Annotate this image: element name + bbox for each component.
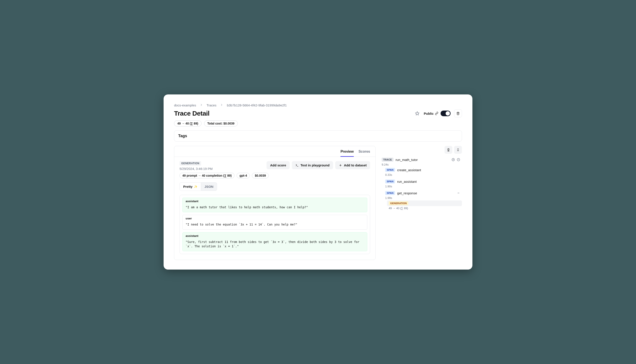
span-badge: SPAN — [385, 168, 395, 172]
span-name: run_assistant — [397, 180, 460, 184]
sparkle-icon: ✨ — [194, 185, 198, 188]
detail-header: GENERATION 5/29/2024, 3:46:19 PM Add sco… — [180, 161, 370, 170]
tree-node-span[interactable]: SPAN get_response 1.99s GENERA — [384, 189, 462, 212]
title-actions: Public — [414, 110, 462, 117]
crumb-trace-id[interactable]: b3b7b128-5664-4f42-9fab-31999da9e2f1 — [227, 104, 286, 107]
link-icon — [435, 112, 438, 115]
app-window: docs-examples Traces b3b7b128-5664-4f42-… — [164, 94, 472, 270]
side-panel: TRACE run_math_tutor 9.24s SPAN create_ — [380, 146, 462, 214]
span-time: 1.90s — [384, 185, 462, 188]
public-label: Public — [424, 112, 438, 115]
trace-time: 9.24s — [380, 163, 462, 166]
chevron-right-icon — [220, 103, 223, 107]
tags-panel[interactable]: Tags — [174, 130, 462, 142]
svg-point-4 — [448, 148, 449, 150]
side-controls — [380, 146, 462, 154]
detail-buttons: Add score Test in playground Add to data… — [266, 161, 370, 169]
main-body: GENERATION 5/29/2024, 3:46:19 PM Add sco… — [174, 157, 375, 254]
crumb-project[interactable]: docs-examples — [174, 104, 196, 107]
star-icon[interactable] — [414, 110, 420, 116]
message-role: assistant — [182, 198, 367, 204]
view-tab-json[interactable]: JSON — [201, 182, 217, 190]
plus-icon — [339, 164, 342, 167]
collapse-icon — [456, 148, 460, 152]
view-tabs: Pretty ✨ JSON — [180, 182, 217, 191]
terminal-icon — [295, 164, 299, 167]
message-user: user "I need to solve the equation `3x +… — [182, 215, 367, 230]
test-playground-button[interactable]: Test in playground — [292, 161, 333, 169]
public-label-text: Public — [424, 112, 434, 115]
detail-model-pill: gpt-4 — [237, 173, 250, 178]
trace-tree: TRACE run_math_tutor 9.24s SPAN create_ — [380, 156, 462, 214]
view-tab-pretty[interactable]: Pretty ✨ — [180, 182, 201, 190]
detail-tokens-pill: 49 prompt → 40 completion (∑ 89) — [180, 173, 234, 178]
generation-badge: GENERATION — [389, 201, 408, 205]
main-tabs: Preview Scores — [174, 146, 375, 157]
detail-pills: 49 prompt → 40 completion (∑ 89) gpt-4 $… — [180, 173, 370, 178]
public-toggle-group: Public — [424, 110, 450, 116]
test-playground-label: Test in playground — [300, 163, 330, 167]
title-row: Trace Detail Public — [174, 110, 462, 117]
message-content: "Sure, first subtract 11 from both sides… — [182, 238, 367, 251]
message-content: "I am a math tutor that likes to help ma… — [182, 204, 367, 212]
svg-marker-0 — [416, 112, 419, 115]
timestamp: 5/29/2024, 3:46:19 PM — [180, 167, 213, 170]
content-row: Preview Scores GENERATION 5/29/2024, 3:4… — [174, 146, 462, 260]
public-toggle[interactable] — [440, 110, 450, 116]
collapse-button[interactable] — [454, 146, 462, 154]
span-badge: SPAN — [385, 180, 395, 184]
span-name: create_assistant — [397, 168, 460, 172]
award-button[interactable] — [444, 146, 452, 154]
summary-pills: 49 → 40 (∑ 89) Total cost: $0.0039 — [174, 120, 462, 126]
kind-badge: GENERATION — [180, 161, 201, 166]
span-time: 1.99s — [384, 196, 462, 200]
span-time: 0.33s — [384, 173, 462, 176]
tab-preview[interactable]: Preview — [340, 150, 354, 157]
tree-node-trace[interactable]: TRACE run_math_tutor 9.24s SPAN create_ — [380, 156, 462, 214]
tokens-pill: 49 → 40 (∑ 89) — [174, 120, 202, 126]
message-assistant: assistant "Sure, first subtract 11 from … — [182, 232, 367, 252]
delete-button[interactable] — [454, 110, 462, 117]
span-badge: SPAN — [385, 191, 395, 195]
breadcrumb: docs-examples Traces b3b7b128-5664-4f42-… — [174, 103, 462, 107]
plus-circle-icon[interactable] — [452, 158, 455, 162]
add-dataset-label: Add to dataset — [344, 163, 367, 167]
chevron-right-icon — [200, 103, 203, 107]
generation-summary: 49 → 40 (∑ 89) — [387, 206, 462, 210]
messages-card: assistant "I am a math tutor that likes … — [180, 195, 370, 254]
tree-node-span[interactable]: SPAN run_assistant 1.90s — [384, 178, 462, 189]
tree-node-generation[interactable]: GENERATION 49 → 40 (∑ 89) — [387, 200, 462, 211]
view-tab-pretty-label: Pretty — [183, 185, 192, 188]
message-role: user — [182, 215, 367, 221]
detail-cost-pill: $0.0039 — [252, 173, 269, 178]
minus-icon[interactable] — [457, 191, 460, 195]
cost-pill: Total cost: $0.0039 — [204, 120, 238, 126]
span-name: get_response — [397, 191, 454, 195]
message-content: "I need to solve the equation `3x + 11 =… — [182, 221, 367, 229]
minus-circle-icon[interactable] — [457, 158, 460, 162]
message-assistant: assistant "I am a math tutor that likes … — [182, 198, 367, 212]
crumb-section[interactable]: Traces — [206, 104, 216, 107]
add-score-button[interactable]: Add score — [266, 161, 290, 169]
trash-icon — [456, 112, 460, 115]
trace-badge: TRACE — [382, 158, 394, 162]
page-title: Trace Detail — [174, 110, 210, 117]
trace-name: run_math_tutor — [396, 158, 449, 162]
tab-scores[interactable]: Scores — [358, 150, 370, 156]
tree-node-span[interactable]: SPAN create_assistant 0.33s — [384, 166, 462, 178]
main-panel: Preview Scores GENERATION 5/29/2024, 3:4… — [174, 146, 376, 260]
award-icon — [447, 148, 450, 152]
message-role: assistant — [182, 232, 367, 238]
add-dataset-button[interactable]: Add to dataset — [335, 161, 370, 169]
detail-left: GENERATION 5/29/2024, 3:46:19 PM — [180, 161, 213, 170]
